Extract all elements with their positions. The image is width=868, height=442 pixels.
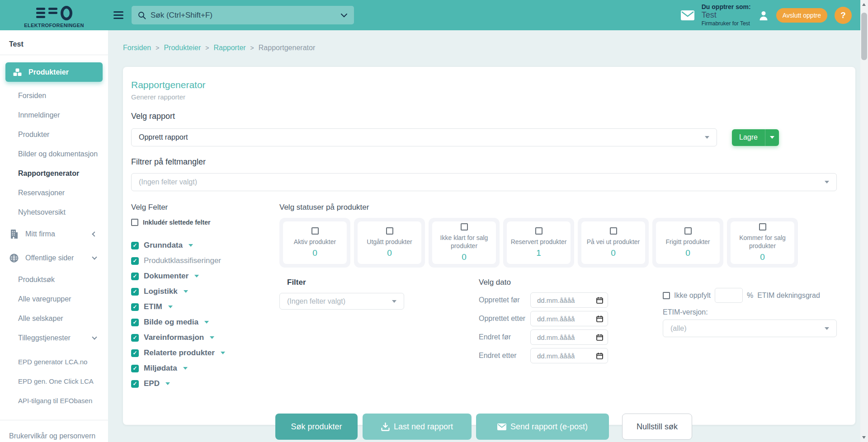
status-card-kommer-for-salg-produkter[interactable]: Kommer for salg produkter 0: [727, 218, 798, 268]
field-group-milj-data[interactable]: Miljødata: [131, 361, 280, 376]
chevron-down-icon: [825, 181, 829, 183]
breadcrumb-rapporter[interactable]: Rapporter: [213, 44, 245, 52]
etim-version-select[interactable]: (alle): [663, 320, 837, 337]
field-group-bilde-og-media[interactable]: Bilde og media: [131, 315, 280, 330]
field-group-dokumenter[interactable]: Dokumenter: [131, 268, 280, 284]
sidebar-item-forsiden[interactable]: Forsiden: [0, 86, 108, 105]
action-buttons: Søk produkter Last ned rapport Send rapp…: [275, 414, 847, 440]
sidebar-item-innmeldinger[interactable]: Innmeldinger: [0, 105, 108, 125]
status-card-frigitt-produkter[interactable]: Frigitt produkter 0: [652, 218, 723, 268]
user-icon[interactable]: [758, 10, 769, 21]
date-row-opprettet-etter: Opprettet etter dd.mm.åååå: [479, 311, 608, 326]
mail-icon[interactable]: [681, 10, 694, 20]
status-card-reservert-produkter[interactable]: Reservert produkter 1: [503, 218, 574, 268]
checkbox-unchecked[interactable]: [684, 227, 692, 235]
sidebar-item-epd-gen-one-click-lca[interactable]: EPD gen. One Click LCA: [0, 371, 108, 391]
checkbox-checked[interactable]: [131, 242, 139, 249]
status-card-utg-tt-produkter[interactable]: Utgått produkter 0: [354, 218, 425, 268]
checkbox-checked[interactable]: [131, 380, 139, 388]
terms-privacy-link[interactable]: Brukervilkår og personvern: [9, 432, 95, 440]
sidebar-item-alle-varegrupper[interactable]: Alle varegrupper: [0, 289, 108, 309]
checkbox-unchecked[interactable]: [663, 292, 670, 299]
checkbox-checked[interactable]: [131, 257, 139, 265]
field-missing-select[interactable]: (Ingen felter valgt): [131, 173, 837, 191]
nullstill-s-k-button[interactable]: Nullstill søk: [622, 414, 692, 440]
field-group-grunndata[interactable]: Grunndata: [131, 238, 280, 253]
cubes-icon: [13, 68, 23, 76]
checkbox-checked[interactable]: [131, 303, 139, 311]
help-button[interactable]: ?: [835, 7, 852, 24]
checkbox-unchecked[interactable]: [759, 223, 766, 230]
date-row-list: Opprettet før dd.mm.åååå Opprettet etter…: [479, 292, 608, 363]
scroll-up-icon[interactable]: [862, 3, 866, 6]
status-card-p-vei-ut-produkter[interactable]: På vei ut produkter 0: [578, 218, 649, 268]
chevron-down-icon: [184, 290, 188, 293]
etim-coverage-input[interactable]: [715, 288, 743, 303]
sidebar-item-nyhetsoversikt[interactable]: Nyhetsoversikt: [0, 202, 108, 222]
sidebar-item-epd-generator-lca-no[interactable]: EPD generator LCA.no: [0, 352, 108, 371]
sidebar-item-produkts-k[interactable]: Produktsøk: [0, 270, 108, 289]
breadcrumb-produkteier[interactable]: Produkteier: [164, 44, 201, 52]
checkbox-unchecked[interactable]: [535, 227, 542, 235]
end-impersonation-button[interactable]: Avslutt opptre: [776, 8, 827, 23]
checkbox-checked[interactable]: [131, 319, 139, 326]
save-button[interactable]: Lagre: [732, 129, 779, 146]
filter-select[interactable]: (Ingen felter valgt): [279, 293, 404, 310]
field-group-epd[interactable]: EPD: [131, 376, 280, 391]
scrollbar-thumb[interactable]: [861, 13, 867, 60]
send-rapport-e-post-button[interactable]: Send rapport (e-post): [476, 414, 609, 440]
date-row-endret-etter: Endret etter dd.mm.åååå: [479, 348, 608, 363]
field-group-produktklassifiseringer[interactable]: Produktklassifiseringer: [131, 253, 280, 268]
sidebar-item-offentlige-sider[interactable]: Offentlige sider: [0, 246, 108, 270]
sidebar-item-bilder-og-dokumentasjon[interactable]: Bilder og dokumentasjon: [0, 144, 108, 164]
search-input[interactable]: [151, 11, 340, 20]
status-count: 1: [536, 248, 541, 258]
sidebar-item-alle-selskaper[interactable]: Alle selskaper: [0, 309, 108, 328]
date-input[interactable]: dd.mm.åååå: [530, 329, 608, 345]
checkbox-unchecked[interactable]: [461, 223, 468, 230]
checkbox-checked[interactable]: [131, 334, 139, 342]
breadcrumb-forsiden[interactable]: Forsiden: [123, 44, 151, 52]
calendar-icon[interactable]: [596, 315, 603, 322]
calendar-icon[interactable]: [596, 353, 603, 359]
checkbox-unchecked[interactable]: [610, 227, 617, 235]
sidebar-item-rapportgenerator[interactable]: Rapportgenerator: [0, 164, 108, 183]
status-count: 0: [312, 248, 317, 258]
checkbox-checked[interactable]: [131, 273, 139, 280]
checkbox-checked[interactable]: [131, 288, 139, 296]
field-group-vareinformasjon[interactable]: Vareinformasjon: [131, 330, 280, 345]
checkbox-unchecked[interactable]: [311, 227, 319, 235]
calendar-icon[interactable]: [596, 334, 603, 341]
field-group-relaterte-produkter[interactable]: Relaterte produkter: [131, 345, 280, 361]
include-deleted-row[interactable]: Inkludér slettede felter: [131, 219, 280, 226]
calendar-icon[interactable]: [596, 297, 603, 304]
status-card-aktiv-produkter[interactable]: Aktiv produkter 0: [279, 218, 350, 268]
save-dropdown-toggle[interactable]: [765, 129, 779, 146]
sidebar-item-api-tilgang-til-efobasen[interactable]: API-tilgang til EFObasen: [0, 391, 108, 410]
chevron-down-icon: [183, 367, 188, 370]
sidebar-item-reservasjoner[interactable]: Reservasjoner: [0, 183, 108, 202]
sidebar-item-mitt-firma[interactable]: Mitt firma: [0, 222, 108, 246]
checkbox-unchecked[interactable]: [386, 227, 393, 235]
sidebar-item-produkteier[interactable]: Produkteier: [5, 62, 103, 82]
checkbox-unchecked[interactable]: [131, 219, 138, 226]
sidebar-item-tilleggstjenester[interactable]: Tilleggstjenester: [0, 328, 108, 348]
sidebar-item-produkter[interactable]: Produkter: [0, 125, 108, 144]
date-input[interactable]: dd.mm.åååå: [530, 292, 608, 308]
chevron-down-icon[interactable]: [340, 13, 348, 18]
global-search[interactable]: [132, 6, 354, 24]
vertical-scrollbar[interactable]: [860, 0, 868, 442]
status-card-ikke-klart-for-salg-produkter[interactable]: Ikke klart for salg produkter 0: [429, 218, 500, 268]
date-input[interactable]: dd.mm.åååå: [530, 348, 608, 363]
report-select[interactable]: Opprett rapport: [131, 128, 717, 146]
field-group-logistikk[interactable]: Logistikk: [131, 284, 280, 299]
s-k-produkter-button[interactable]: Søk produkter: [275, 414, 358, 440]
menu-toggle-icon[interactable]: [113, 11, 123, 19]
field-group-etim[interactable]: ETIM: [131, 299, 280, 315]
scroll-down-icon[interactable]: [862, 436, 866, 439]
checkbox-checked[interactable]: [131, 349, 139, 357]
checkbox-checked[interactable]: [131, 365, 139, 372]
last-ned-rapport-button[interactable]: Last ned rapport: [363, 414, 472, 440]
date-input[interactable]: dd.mm.åååå: [530, 311, 608, 326]
efo-logo[interactable]: ELEKTROFORENINGEN: [0, 3, 108, 28]
